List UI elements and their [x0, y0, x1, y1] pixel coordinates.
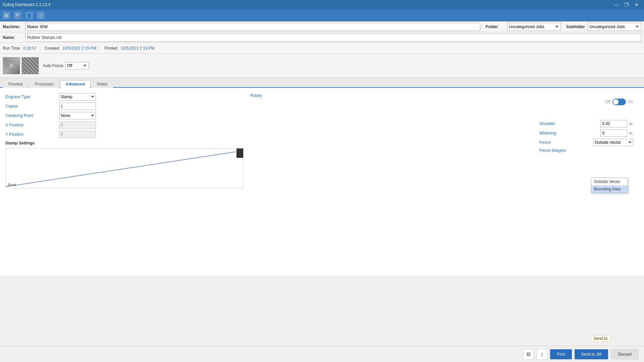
close-button[interactable]: ✕: [632, 0, 641, 9]
folder-section: Folder Uncategorized Jobs: [486, 23, 561, 31]
thumb-image-2: [22, 57, 39, 74]
widening-label: Widening: [539, 131, 556, 135]
preview-thumb-1[interactable]: M: [3, 57, 20, 74]
print-button[interactable]: Print: [550, 349, 572, 359]
send-to-jm-button[interactable]: Send to JM: [575, 349, 608, 359]
tab-notes[interactable]: Notes: [91, 80, 113, 88]
titlebar: Epilog Dashboard 2.2.13.4 — ❐ ✕: [0, 0, 644, 9]
centering-point-label: Centering Point: [5, 113, 59, 118]
widening-input[interactable]: [600, 129, 627, 137]
dropdown-item-bounding-area[interactable]: Bounding Area: [591, 185, 628, 193]
base-label: Base: [8, 183, 16, 187]
name-input[interactable]: [25, 34, 641, 42]
titlebar-title: Epilog Dashboard 2.2.13.4: [3, 2, 50, 7]
engrave-type-select[interactable]: Stamp: [59, 93, 96, 101]
folder-label: Folder: [486, 24, 506, 29]
name-row: Name:: [0, 32, 644, 43]
settings-icon[interactable]: ⚙: [3, 12, 10, 19]
machine-label: Machine:: [3, 24, 23, 29]
printed-item: Printed 10/5/2023 2:19 PM: [105, 46, 155, 51]
name-label: Name:: [3, 35, 23, 40]
stamp-chart: Ink Base: [5, 148, 244, 188]
discard-button[interactable]: Discard: [611, 349, 639, 359]
fence-margins-row: Fence Margins: [539, 148, 633, 153]
preview-thumb-2[interactable]: [21, 57, 39, 74]
svg-text:M: M: [10, 64, 13, 67]
fence-select[interactable]: Outside Vector: [593, 139, 633, 146]
toggle-switch[interactable]: [612, 99, 626, 105]
shoulder-input-group: in.: [600, 120, 633, 127]
widening-input-group: in.: [600, 129, 633, 137]
top-toolbar: ⚙ 🔍 👤 ⋮: [0, 9, 644, 21]
user-icon[interactable]: 👤: [25, 12, 33, 19]
toggle-on-label: On: [628, 100, 633, 104]
toggle-off-label: Off: [605, 100, 610, 104]
tabs-row: Preview Processes Advanced Notes: [0, 78, 644, 88]
machine-select[interactable]: Maker 30W: [25, 23, 480, 31]
search-icon[interactable]: 🔍: [14, 12, 21, 19]
auto-focus-select[interactable]: Off: [65, 62, 89, 69]
subfolder-section: Subfolder Uncategorized Jobs: [566, 23, 641, 31]
widening-unit: in.: [629, 131, 633, 135]
thumb-image-1: M: [3, 57, 20, 74]
widening-row: Widening in.: [539, 129, 633, 137]
copies-label: Copies: [5, 104, 59, 109]
run-time-item: Run Time 0:28:57: [3, 46, 37, 51]
machine-row: Machine: Maker 30W Folder Uncategorized …: [0, 21, 644, 32]
right-controls: Shoulder in. Widening in. Fence Outside …: [539, 120, 633, 155]
copies-input[interactable]: [59, 103, 96, 110]
engrave-type-row: Engrave Type Stamp: [5, 93, 639, 101]
tab-advanced[interactable]: Advanced: [60, 80, 91, 88]
x-position-input[interactable]: [59, 121, 96, 129]
content-wrapper: Engrave Type Stamp Copies Centering Poin…: [5, 93, 639, 270]
copies-row: Copies: [5, 103, 639, 110]
bottom-icon-2[interactable]: ↕: [537, 349, 547, 360]
x-position-label: X Position: [5, 123, 59, 127]
folder-select[interactable]: Uncategorized Jobs: [507, 23, 561, 31]
subfolder-select[interactable]: Uncategorized Jobs: [588, 23, 641, 31]
job-info-row: Run Time 0:28:57 Created 10/5/2023 2:19 …: [0, 43, 644, 54]
shoulder-unit: in.: [629, 122, 633, 126]
send-to-label: Send to: [591, 335, 610, 342]
tab-preview[interactable]: Preview: [3, 80, 29, 88]
engrave-type-label: Engrave Type: [5, 95, 59, 99]
y-position-input[interactable]: [59, 131, 96, 138]
auto-focus-label: Auto Focus: [43, 63, 63, 68]
shoulder-input[interactable]: [600, 120, 627, 127]
toggle-area: Off On: [605, 99, 633, 105]
more-icon[interactable]: ⋮: [37, 12, 44, 19]
created-item: Created 10/5/2023 2:19 PM: [45, 46, 96, 51]
svg-line-3: [6, 152, 236, 187]
rotary-label: Rotary: [250, 93, 262, 98]
subfolder-label: Subfolder: [566, 24, 586, 29]
rotary-container: Rotary: [250, 93, 262, 98]
shoulder-label: Shoulder: [539, 121, 555, 126]
minimize-button[interactable]: —: [612, 0, 621, 9]
shoulder-row: Shoulder in.: [539, 120, 633, 127]
titlebar-controls: — ❐ ✕: [612, 0, 641, 9]
centering-point-row: Centering Point None: [5, 112, 639, 119]
main-content: Engrave Type Stamp Copies Centering Poin…: [0, 88, 644, 276]
fence-label: Fence: [539, 140, 550, 145]
tab-processes[interactable]: Processes: [29, 80, 59, 88]
y-position-label: Y Position: [5, 132, 59, 137]
chart-svg: [6, 148, 243, 188]
fence-margins-label: Fence Margins: [539, 148, 566, 153]
fence-dropdown: Outside Vector Bounding Area: [591, 178, 628, 193]
bottom-icon-1[interactable]: ⧉: [523, 349, 534, 360]
preview-row: M Auto Focus Off: [0, 54, 644, 78]
restore-button[interactable]: ❐: [622, 0, 631, 9]
auto-focus-area: Auto Focus Off: [43, 62, 89, 69]
dropdown-item-outside-vector[interactable]: Outside Vector: [591, 178, 628, 185]
bottom-bar: ⧉ ↕ Print Send to JM Discard: [0, 346, 644, 362]
fence-row: Fence Outside Vector: [539, 139, 633, 146]
centering-point-select[interactable]: None: [59, 112, 96, 119]
